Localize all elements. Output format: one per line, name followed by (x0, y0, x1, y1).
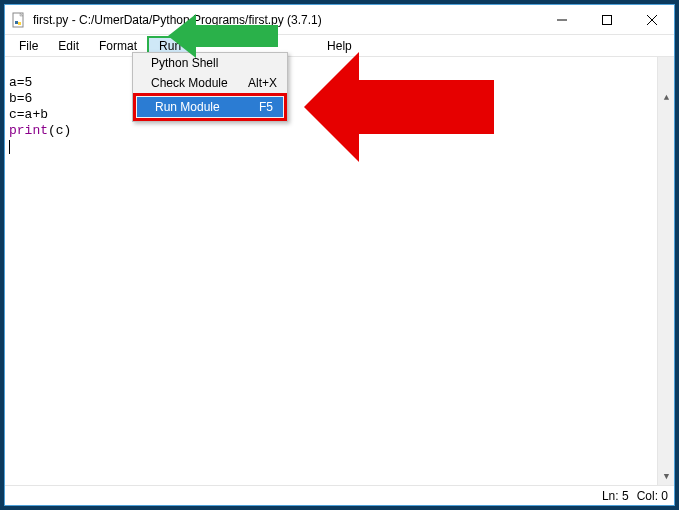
run-menu-dropdown: Python Shell Check Module Alt+X Run Modu… (132, 52, 288, 122)
vertical-scrollbar[interactable]: ▲ ▼ (657, 57, 674, 485)
check-module-shortcut: Alt+X (248, 76, 277, 90)
statusbar: Ln: 5 Col: 0 (5, 485, 674, 505)
python-shell-label: Python Shell (151, 56, 218, 70)
code-line-3: c=a+b (9, 107, 48, 122)
menu-file[interactable]: File (9, 37, 48, 55)
run-module-shortcut: F5 (259, 100, 273, 114)
code-editor[interactable]: a=5 b=6 c=a+b print(c) ▲ ▼ (5, 57, 674, 485)
code-line-4-rest: (c) (48, 123, 71, 138)
menu-item-check-module[interactable]: Check Module Alt+X (133, 73, 287, 93)
status-line: Ln: 5 (602, 489, 629, 503)
code-line-2: b=6 (9, 91, 32, 106)
text-cursor (9, 140, 10, 154)
svg-rect-4 (602, 15, 611, 24)
minimize-button[interactable] (539, 5, 584, 34)
titlebar: first.py - C:/UmerData/Python Programs/f… (5, 5, 674, 35)
code-line-1: a=5 (9, 75, 32, 90)
python-file-icon (11, 12, 27, 28)
scroll-down-icon[interactable]: ▼ (658, 468, 675, 485)
idle-window: first.py - C:/UmerData/Python Programs/f… (4, 4, 675, 506)
menu-item-run-module[interactable]: Run Module F5 (137, 97, 283, 117)
menubar: File Edit Format Run Options Window Help (5, 35, 674, 57)
close-button[interactable] (629, 5, 674, 34)
menu-edit[interactable]: Edit (48, 37, 89, 55)
maximize-button[interactable] (584, 5, 629, 34)
check-module-label: Check Module (151, 76, 228, 90)
status-col: Col: 0 (637, 489, 668, 503)
menu-help[interactable]: Help (317, 37, 362, 55)
svg-rect-2 (18, 22, 21, 25)
run-module-label: Run Module (155, 100, 220, 114)
svg-rect-1 (15, 21, 18, 24)
code-keyword-print: print (9, 123, 48, 138)
menu-item-python-shell[interactable]: Python Shell (133, 53, 287, 73)
scroll-up-icon[interactable]: ▲ (658, 89, 675, 106)
window-title: first.py - C:/UmerData/Python Programs/f… (33, 13, 539, 27)
window-controls (539, 5, 674, 34)
run-module-highlight-box: Run Module F5 (133, 93, 287, 121)
